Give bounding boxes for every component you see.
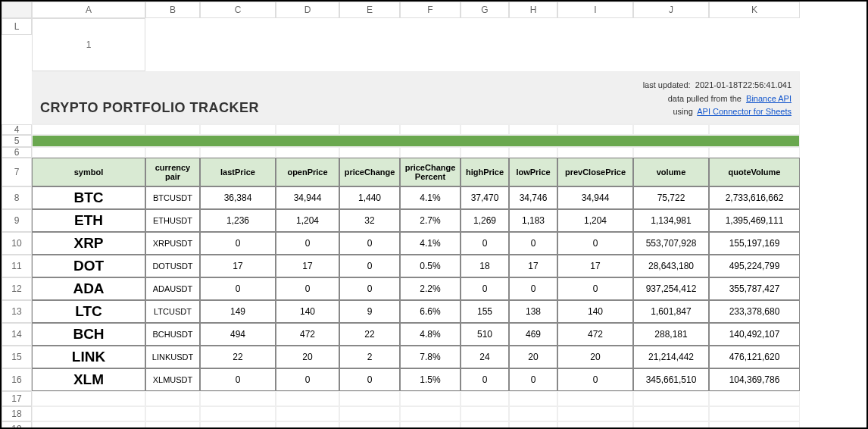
empty-cell[interactable]	[339, 406, 400, 421]
data-cell[interactable]: 0	[461, 277, 509, 300]
empty-cell[interactable]	[200, 391, 276, 406]
data-cell[interactable]: 0.5%	[400, 255, 461, 277]
data-cell[interactable]: 2.2%	[400, 277, 461, 300]
data-cell[interactable]: 6.6%	[400, 300, 461, 323]
empty-cell[interactable]	[557, 421, 633, 429]
row-header-10[interactable]: 10	[2, 232, 32, 255]
col-header-I[interactable]: I	[557, 2, 633, 18]
data-cell[interactable]: 34,746	[509, 186, 557, 209]
table-header[interactable]: lowPrice	[509, 158, 557, 186]
empty-cell[interactable]	[145, 421, 200, 429]
data-cell[interactable]: 472	[276, 323, 339, 346]
col-header-C[interactable]: C	[200, 2, 276, 18]
col-header-D[interactable]: D	[276, 2, 339, 18]
data-cell[interactable]: 0	[509, 232, 557, 255]
data-cell[interactable]: 1,440	[339, 186, 400, 209]
data-cell[interactable]: 937,254,412	[633, 277, 709, 300]
data-cell[interactable]: 37,470	[461, 186, 509, 209]
empty-cell[interactable]	[709, 406, 800, 421]
data-cell[interactable]: 22	[200, 346, 276, 368]
data-cell[interactable]: 553,707,928	[633, 232, 709, 255]
data-cell[interactable]: 149	[200, 300, 276, 323]
empty-cell[interactable]	[145, 147, 200, 158]
data-cell[interactable]: 472	[557, 323, 633, 346]
data-cell[interactable]: 104,369,786	[709, 368, 800, 391]
col-header-G[interactable]: G	[461, 2, 509, 18]
data-cell[interactable]: 0	[509, 277, 557, 300]
empty-cell[interactable]	[339, 391, 400, 406]
data-cell[interactable]: 0	[461, 232, 509, 255]
data-cell[interactable]: 17	[509, 255, 557, 277]
data-cell[interactable]: 1,269	[461, 209, 509, 232]
table-header[interactable]: symbol	[32, 158, 145, 186]
data-cell[interactable]: 0	[339, 277, 400, 300]
data-cell[interactable]: LINKUSDT	[145, 346, 200, 368]
row-header-7[interactable]: 7	[2, 158, 32, 186]
row-header-5[interactable]: 5	[2, 135, 32, 147]
data-cell[interactable]: 140	[557, 300, 633, 323]
table-header[interactable]: highPrice	[461, 158, 509, 186]
data-cell[interactable]: 18	[461, 255, 509, 277]
data-cell[interactable]: 1,236	[200, 209, 276, 232]
empty-cell[interactable]	[339, 147, 400, 158]
empty-cell[interactable]	[400, 147, 461, 158]
symbol-cell[interactable]: LTC	[32, 300, 145, 323]
data-cell[interactable]: 0	[557, 277, 633, 300]
data-cell[interactable]: 494	[200, 323, 276, 346]
empty-cell[interactable]	[276, 124, 339, 135]
data-cell[interactable]: 140,492,107	[709, 323, 800, 346]
empty-cell[interactable]	[633, 391, 709, 406]
empty-cell[interactable]	[557, 406, 633, 421]
empty-cell[interactable]	[557, 147, 633, 158]
symbol-cell[interactable]: LINK	[32, 346, 145, 368]
data-cell[interactable]: 155,197,169	[709, 232, 800, 255]
symbol-cell[interactable]: XLM	[32, 368, 145, 391]
empty-cell[interactable]	[709, 147, 800, 158]
data-cell[interactable]: ADAUSDT	[145, 277, 200, 300]
table-header[interactable]: volume	[633, 158, 709, 186]
data-cell[interactable]: 0	[339, 232, 400, 255]
data-cell[interactable]: BCHUSDT	[145, 323, 200, 346]
col-header-K[interactable]: K	[709, 2, 800, 18]
data-cell[interactable]: XRPUSDT	[145, 232, 200, 255]
empty-cell[interactable]	[461, 421, 509, 429]
empty-cell[interactable]	[633, 421, 709, 429]
symbol-cell[interactable]: ETH	[32, 209, 145, 232]
data-cell[interactable]: 20	[276, 346, 339, 368]
empty-cell[interactable]	[509, 421, 557, 429]
data-cell[interactable]: 0	[339, 368, 400, 391]
data-cell[interactable]: 1,134,981	[633, 209, 709, 232]
col-header-H[interactable]: H	[509, 2, 557, 18]
data-cell[interactable]: 2,733,616,662	[709, 186, 800, 209]
data-cell[interactable]: 233,378,680	[709, 300, 800, 323]
data-cell[interactable]: 9	[339, 300, 400, 323]
col-header-J[interactable]: J	[633, 2, 709, 18]
empty-cell[interactable]	[200, 406, 276, 421]
data-cell[interactable]: 4.1%	[400, 186, 461, 209]
row-header-17[interactable]: 17	[2, 391, 32, 406]
data-cell[interactable]: 17	[200, 255, 276, 277]
data-cell[interactable]: 20	[557, 346, 633, 368]
empty-cell[interactable]	[461, 124, 509, 135]
data-cell[interactable]: 2.7%	[400, 209, 461, 232]
empty-cell[interactable]	[32, 406, 145, 421]
empty-cell[interactable]	[276, 406, 339, 421]
empty-cell[interactable]	[509, 124, 557, 135]
data-cell[interactable]: BTCUSDT	[145, 186, 200, 209]
binance-link[interactable]: Binance API	[746, 94, 792, 103]
empty-cell[interactable]	[509, 391, 557, 406]
data-cell[interactable]: 0	[276, 277, 339, 300]
empty-cell[interactable]	[200, 124, 276, 135]
data-cell[interactable]: 36,384	[200, 186, 276, 209]
row-header-14[interactable]: 14	[2, 323, 32, 346]
row-header-8[interactable]: 8	[2, 186, 32, 209]
empty-cell[interactable]	[709, 421, 800, 429]
data-cell[interactable]: DOTUSDT	[145, 255, 200, 277]
symbol-cell[interactable]: XRP	[32, 232, 145, 255]
row-header-16[interactable]: 16	[2, 368, 32, 391]
corner-cell[interactable]	[2, 2, 32, 18]
data-cell[interactable]: 17	[276, 255, 339, 277]
empty-cell[interactable]	[633, 147, 709, 158]
empty-cell[interactable]	[461, 406, 509, 421]
row-header-4[interactable]: 4	[2, 124, 32, 135]
